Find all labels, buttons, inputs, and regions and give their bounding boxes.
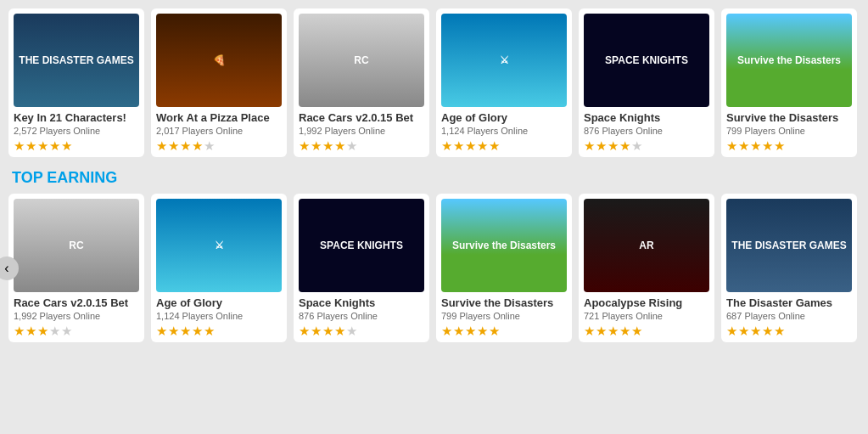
game-card-key-in-21[interactable]: THE DISASTER GAMES Key In 21 Characters!… (8, 8, 144, 157)
star-full: ★ (168, 139, 179, 152)
game-stars-survive-bottom: ★★★★★ (441, 324, 567, 337)
game-thumbnail-rc-bottom: RC (14, 199, 139, 292)
star-full: ★ (14, 324, 25, 337)
thumb-label-rc-bottom: RC (14, 199, 139, 292)
star-half: ★ (774, 324, 785, 337)
top-earning-label: TOP EARNING (12, 169, 860, 187)
game-card-age-of-glory[interactable]: ⚔ Age of Glory 1,124 Players Online ★★★★… (436, 8, 572, 157)
thumb-label-key-in-21: THE DISASTER GAMES (14, 14, 139, 107)
top-row-container: THE DISASTER GAMES Key In 21 Characters!… (8, 8, 860, 157)
thumb-label-space-knights: SPACE KNIGHTS (584, 14, 709, 107)
star-full: ★ (14, 139, 25, 152)
game-players-survive-disasters: 799 Players Online (726, 126, 852, 136)
star-full: ★ (180, 139, 191, 152)
star-full: ★ (465, 324, 476, 337)
star-full: ★ (619, 324, 630, 337)
game-card-disaster-bottom[interactable]: THE DISASTER GAMES The Disaster Games 68… (721, 194, 857, 342)
game-card-race-cars[interactable]: RC Race Cars v2.0.15 Bet 1,992 Players O… (294, 8, 429, 157)
game-stars-disaster-bottom: ★★★★★ (726, 324, 852, 337)
star-half: ★ (631, 324, 642, 337)
star-full: ★ (299, 324, 310, 337)
star-full: ★ (584, 324, 595, 337)
thumb-label-pizza-place: 🍕 (156, 14, 282, 107)
game-thumbnail-sk-bottom: SPACE KNIGHTS (299, 199, 424, 292)
star-full: ★ (738, 139, 749, 152)
star-full: ★ (584, 139, 595, 152)
star-full: ★ (180, 324, 191, 337)
star-full: ★ (334, 139, 345, 152)
star-empty: ★ (61, 324, 72, 337)
star-full: ★ (156, 139, 167, 152)
star-full: ★ (192, 324, 203, 337)
bottom-row-container: ‹ RC Race Cars v2.0.15 Bet 1,992 Players… (8, 194, 860, 342)
game-thumbnail-space-knights: SPACE KNIGHTS (584, 14, 709, 107)
game-thumbnail-disaster-bottom: THE DISASTER GAMES (726, 199, 852, 292)
game-title-disaster-bottom: The Disaster Games (726, 296, 852, 309)
star-full: ★ (738, 324, 749, 337)
star-half: ★ (489, 324, 500, 337)
bottom-games-row: RC Race Cars v2.0.15 Bet 1,992 Players O… (8, 194, 860, 342)
star-full: ★ (608, 139, 619, 152)
game-stars-glory-bottom: ★★★★★ (156, 324, 282, 337)
game-stars-race-cars: ★★★★★ (299, 139, 424, 152)
game-stars-pizza-place: ★★★★★ (156, 139, 282, 152)
star-full: ★ (477, 139, 488, 152)
game-stars-space-knights: ★★★★★ (584, 139, 709, 152)
star-full: ★ (322, 324, 333, 337)
game-card-rc-bottom[interactable]: RC Race Cars v2.0.15 Bet 1,992 Players O… (8, 194, 144, 342)
thumb-label-sk-bottom: SPACE KNIGHTS (299, 199, 424, 292)
star-full: ★ (596, 324, 607, 337)
game-players-pizza-place: 2,017 Players Online (156, 126, 282, 136)
game-title-survive-bottom: Survive the Disasters (441, 296, 567, 309)
game-thumbnail-apocalypse: AR (584, 199, 709, 292)
game-card-apocalypse[interactable]: AR Apocalypse Rising 721 Players Online … (579, 194, 714, 342)
star-full: ★ (49, 139, 60, 152)
star-full: ★ (299, 139, 310, 152)
game-stars-sk-bottom: ★★★★★ (299, 324, 424, 337)
game-players-space-knights: 876 Players Online (584, 126, 709, 136)
thumb-label-disaster-bottom: THE DISASTER GAMES (726, 199, 852, 292)
game-card-sk-bottom[interactable]: SPACE KNIGHTS Space Knights 876 Players … (294, 194, 429, 342)
game-card-pizza-place[interactable]: 🍕 Work At a Pizza Place 2,017 Players On… (151, 8, 287, 157)
game-thumbnail-key-in-21: THE DISASTER GAMES (14, 14, 139, 107)
star-full: ★ (726, 324, 737, 337)
star-full: ★ (608, 324, 619, 337)
game-players-race-cars: 1,992 Players Online (299, 126, 424, 136)
star-half: ★ (619, 139, 630, 152)
game-thumbnail-pizza-place: 🍕 (156, 14, 282, 107)
thumb-label-survive-bottom: Survive the Disasters (441, 199, 567, 292)
star-full: ★ (61, 139, 72, 152)
game-title-pizza-place: Work At a Pizza Place (156, 111, 282, 124)
game-players-apocalypse: 721 Players Online (584, 311, 709, 321)
game-card-space-knights[interactable]: SPACE KNIGHTS Space Knights 876 Players … (579, 8, 714, 157)
star-empty: ★ (49, 324, 60, 337)
game-title-apocalypse: Apocalypse Rising (584, 296, 709, 309)
star-full: ★ (156, 324, 167, 337)
star-full: ★ (311, 324, 322, 337)
game-players-glory-bottom: 1,124 Players Online (156, 311, 282, 321)
game-thumbnail-glory-bottom: ⚔ (156, 199, 282, 292)
game-title-survive-disasters: Survive the Disasters (726, 111, 852, 124)
game-stars-age-of-glory: ★★★★★ (441, 139, 567, 152)
game-players-survive-bottom: 799 Players Online (441, 311, 567, 321)
thumb-label-apocalypse: AR (584, 199, 709, 292)
star-full: ★ (465, 139, 476, 152)
star-full: ★ (750, 324, 761, 337)
star-full: ★ (37, 139, 48, 152)
star-full: ★ (453, 324, 464, 337)
star-full: ★ (453, 139, 464, 152)
game-card-survive-disasters[interactable]: Survive the Disasters Survive the Disast… (721, 8, 857, 157)
game-card-survive-bottom[interactable]: Survive the Disasters Survive the Disast… (436, 194, 572, 342)
star-full: ★ (762, 139, 773, 152)
game-players-disaster-bottom: 687 Players Online (726, 311, 852, 321)
game-thumbnail-survive-disasters: Survive the Disasters (726, 14, 852, 107)
game-title-race-cars: Race Cars v2.0.15 Bet (299, 111, 424, 124)
game-players-sk-bottom: 876 Players Online (299, 311, 424, 321)
game-players-rc-bottom: 1,992 Players Online (14, 311, 139, 321)
star-half: ★ (204, 324, 215, 337)
star-full: ★ (441, 139, 452, 152)
star-half: ★ (37, 324, 48, 337)
game-card-glory-bottom[interactable]: ⚔ Age of Glory 1,124 Players Online ★★★★… (151, 194, 287, 342)
game-thumbnail-survive-bottom: Survive the Disasters (441, 199, 567, 292)
game-stars-key-in-21: ★★★★★ (14, 139, 139, 152)
